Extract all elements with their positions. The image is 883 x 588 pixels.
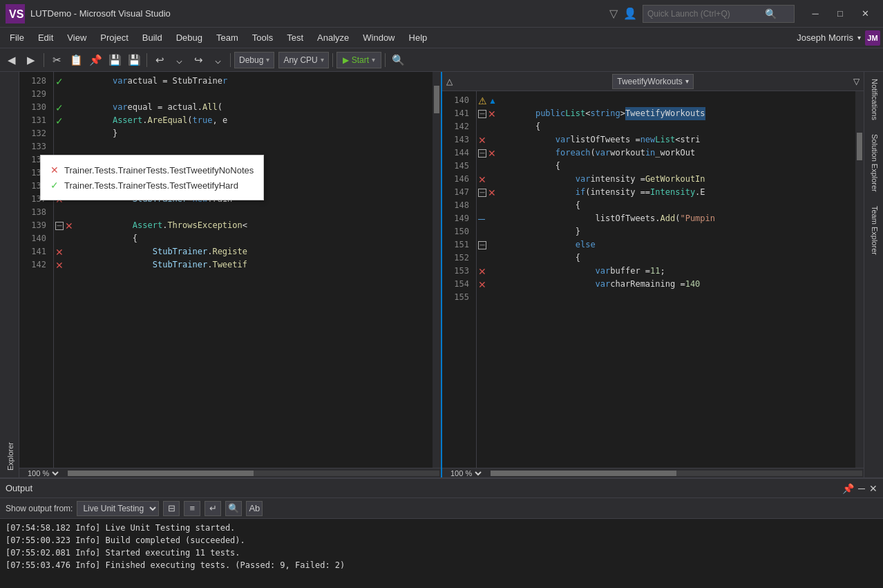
indicator-row: ─✕ [477,107,510,120]
hscrollbar-thumb[interactable] [68,471,254,476]
quick-launch-box[interactable]: 🔍 [643,5,795,23]
left-line-numbers: 128 129 130 131 132 133 134 135 136 137 … [19,72,54,468]
filter-icon[interactable]: ▽ [609,7,618,20]
menu-edit[interactable]: Edit [31,30,60,46]
sidebar-item-explorer[interactable]: Explorer [2,72,19,477]
line-number: 130 [19,101,49,114]
start-button[interactable]: ▶ Start ▾ [336,52,381,68]
toolbar-separator-4 [332,53,333,67]
copy-button[interactable]: 📋 [67,51,85,69]
sidebar-item-notifications[interactable]: Notifications [864,72,883,127]
hscrollbar-thumb[interactable] [491,471,676,476]
close-button[interactable]: ✕ [853,4,877,23]
toolbar-separator-2 [146,53,147,67]
maximize-button[interactable]: □ [828,4,853,23]
menu-project[interactable]: Project [93,30,135,46]
menu-test[interactable]: Test [280,30,310,46]
line-number: 141 [19,245,49,258]
right-code-text[interactable]: public List<string> TweetifyWorkouts { v… [510,91,855,468]
output-wrap-button[interactable]: ↵ [205,501,221,516]
indicator-row: ✕ [477,265,510,278]
right-pane-bottom: 100 % [442,468,864,477]
saveall-button[interactable]: 💾 [125,51,143,69]
debug-mode-dropdown[interactable]: Debug ▾ [234,52,274,68]
output-clear-button[interactable]: ⊟ [163,501,180,516]
tweetify-dropdown[interactable]: TweetifyWorkouts ▾ [612,74,693,89]
output-icons: 📌 ─ ✕ [842,483,877,494]
chevron-down-icon[interactable]: ▾ [857,34,861,41]
output-ab-button[interactable]: Ab [246,501,263,516]
menu-tools[interactable]: Tools [245,30,280,46]
user-name[interactable]: Joseph Morris [797,32,853,43]
scrollbar-thumb[interactable] [434,86,439,113]
nav-up-icon[interactable]: △ [446,77,453,86]
chevron-down-icon: ▾ [685,77,689,85]
forward-button[interactable]: ▶ [22,51,40,69]
output-toggle-button[interactable]: ≡ [184,501,200,516]
platform-dropdown[interactable]: Any CPU ▾ [278,52,328,68]
menu-team[interactable]: Team [209,30,245,46]
window-title: LUTDemo - Microsoft Visual Studio [30,8,609,19]
fail-indicator: ✕ [488,148,496,159]
pin-icon[interactable]: 📌 [842,483,854,494]
right-scrollbar-vertical[interactable] [855,91,864,468]
menu-help[interactable]: Help [402,30,435,46]
right-hscrollbar[interactable] [489,468,864,478]
menu-build[interactable]: Build [135,30,169,46]
title-icons: ▽ 👤 [609,7,637,20]
quick-launch-input[interactable] [647,9,765,19]
line-number: 139 [19,219,49,232]
output-find-button[interactable]: 🔍 [225,501,242,516]
sidebar-item-toolbox[interactable]: Toolbox [0,72,2,477]
collapse-icon[interactable]: ─ [478,110,486,118]
menu-analyze[interactable]: Analyze [310,30,356,46]
left-code-pane: ✕ Trainer.Tests.TrainerTests.TestTweetif… [19,72,442,477]
nav-down-icon[interactable]: ▽ [853,77,860,86]
output-content: [07:54:58.182 Info] Live Unit Testing st… [0,519,883,588]
sidebar-item-team-explorer[interactable]: Team Explorer [864,199,883,262]
zoom-dropdown[interactable]: 100 % [448,468,484,478]
zoom-control: 100 % [442,468,489,478]
undo-arrow[interactable]: ⌵ [170,51,188,69]
collapse-icon[interactable]: ─ [55,222,64,230]
indicator-row [477,252,510,265]
left-hscrollbar[interactable] [66,468,441,478]
minimize-panel-icon[interactable]: ─ [858,483,865,494]
account-icon[interactable]: 👤 [623,7,637,20]
scrollbar-thumb[interactable] [857,133,862,160]
undo-button[interactable]: ↩ [151,51,169,69]
output-source-dropdown[interactable]: Live Unit Testing [77,501,159,516]
sidebar-item-solution-explorer[interactable]: Solution Explorer [864,127,883,199]
minimize-button[interactable]: ─ [803,4,828,23]
output-line: [07:54:58.182 Info] Live Unit Testing st… [6,522,877,534]
up-arrow-icon[interactable]: ▲ [488,97,497,105]
redo-arrow[interactable]: ⌵ [209,51,227,69]
left-scrollbar-vertical[interactable] [433,72,441,468]
cut-button[interactable]: ✂ [48,51,66,69]
indicator-row [54,127,87,140]
vs-logo: VS [6,4,25,23]
paste-button[interactable]: 📌 [86,51,104,69]
fail-indicator: ✕ [65,220,73,231]
back-button[interactable]: ◀ [3,51,21,69]
save-button[interactable]: 💾 [106,51,124,69]
menu-window[interactable]: Window [356,30,401,46]
left-code-text[interactable]: var actual = StubTrainer var equal = act… [87,72,433,468]
collapse-icon[interactable]: ─ [478,149,486,158]
zoom-dropdown[interactable]: 100 % [25,468,61,478]
code-line: if (intensity == Intensity.E [515,186,850,199]
indicator-row: ⚠▲ [477,94,510,107]
menu-debug[interactable]: Debug [169,30,209,46]
search-tb-button[interactable]: 🔍 [389,51,407,69]
menu-view[interactable]: View [60,30,93,46]
fail-icon: ✕ [50,164,59,176]
collapse-icon[interactable]: ─ [478,241,486,249]
menu-file[interactable]: File [3,30,31,46]
close-panel-icon[interactable]: ✕ [869,483,877,494]
main-wrapper: Explorer Toolbox ✕ Trainer.Tests.Trainer… [0,72,883,588]
collapse-icon[interactable]: ─ [478,189,486,197]
output-title: Output [6,483,32,493]
redo-button[interactable]: ↪ [189,51,207,69]
fail-indicator: ✕ [488,108,496,120]
indicator-row: ─✕ [54,219,87,232]
